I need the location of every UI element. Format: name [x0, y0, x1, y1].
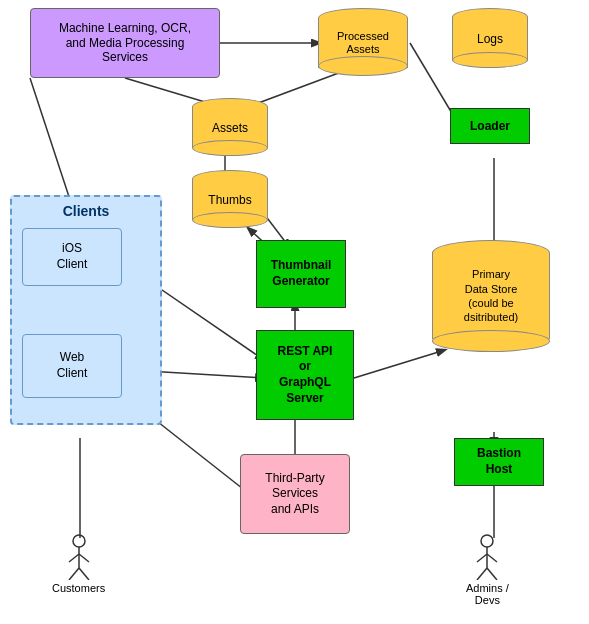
third-party-node: Third-Party Services and APIs: [240, 454, 350, 534]
svg-line-23: [79, 568, 89, 580]
processed-assets-node: Processed Assets: [318, 8, 408, 76]
primary-data-label: Primary Data Store (could be dsitributed…: [464, 267, 518, 324]
admins-figure: [473, 534, 501, 580]
web-client-label: Web Client: [57, 350, 88, 381]
thumbnail-generator-node: Thumbnail Generator: [256, 240, 346, 308]
bastion-host-node: Bastion Host: [454, 438, 544, 486]
loader-label: Loader: [470, 119, 510, 133]
logs-node: Logs: [452, 8, 528, 68]
svg-line-28: [477, 568, 487, 580]
assets-label: Assets: [212, 121, 248, 135]
ml-services-label: Machine Learning, OCR, and Media Process…: [59, 21, 191, 64]
thumbs-node: Thumbs: [192, 170, 268, 228]
admins-person: Admins /Devs: [466, 534, 509, 606]
third-party-label: Third-Party Services and APIs: [265, 471, 324, 518]
assets-node: Assets: [192, 98, 268, 156]
customers-person: Customers: [52, 534, 105, 594]
processed-assets-label: Processed Assets: [319, 30, 407, 56]
ios-client-label: iOS Client: [57, 241, 88, 272]
svg-line-22: [69, 568, 79, 580]
svg-line-29: [487, 568, 497, 580]
svg-line-21: [79, 554, 89, 562]
svg-line-27: [487, 554, 497, 562]
ml-services-node: Machine Learning, OCR, and Media Process…: [30, 8, 220, 78]
rest-api-node: REST API or GraphQL Server: [256, 330, 354, 420]
bastion-host-label: Bastion Host: [477, 446, 521, 477]
admins-label: Admins /Devs: [466, 582, 509, 606]
web-client-node: Web Client: [22, 334, 122, 398]
customers-label: Customers: [52, 582, 105, 594]
primary-data-store-node: Primary Data Store (could be dsitributed…: [432, 240, 550, 352]
rest-api-label: REST API or GraphQL Server: [278, 344, 333, 406]
svg-line-26: [477, 554, 487, 562]
svg-line-8: [354, 350, 445, 378]
loader-node: Loader: [450, 108, 530, 144]
svg-point-24: [481, 535, 493, 547]
thumbnail-generator-label: Thumbnail Generator: [271, 258, 332, 289]
architecture-diagram: Machine Learning, OCR, and Media Process…: [0, 0, 589, 624]
svg-point-18: [73, 535, 85, 547]
thumbs-label: Thumbs: [208, 193, 251, 207]
svg-line-20: [69, 554, 79, 562]
logs-label: Logs: [477, 32, 503, 46]
ios-client-node: iOS Client: [22, 228, 122, 286]
customers-figure: [65, 534, 93, 580]
clients-label: Clients: [18, 203, 154, 219]
